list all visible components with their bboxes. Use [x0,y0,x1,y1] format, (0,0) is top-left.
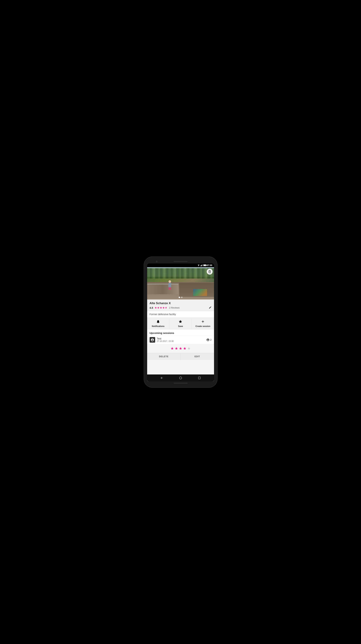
phone-speaker [174,261,188,262]
star-1: ★ [154,306,157,310]
star-5-half: ★ ★ [165,306,168,310]
bottom-actions-row: DELETE EDIT [147,353,214,360]
session-name: Test [157,337,205,340]
rating-row: 4.5 ★ ★ ★ ★ ★ ★ 2 Reviews [150,306,212,310]
battery-fill [204,265,206,266]
hero-image [147,267,214,300]
rating-number: 4.5 [150,306,153,309]
location-header: Alte Schanze X 4.5 ★ ★ ★ ★ ★ ★ 2 Reviews [147,300,214,311]
trash-icon [208,270,211,273]
description-text: Former defensive facility [150,313,176,316]
star-4: ★ [162,306,165,310]
dot-2 [181,297,183,298]
session-participants: 2 [206,338,212,342]
home-button[interactable] [179,376,182,380]
status-time: 07:00 [207,264,212,266]
session-avatar [150,337,155,342]
star-rating: ★ ★ ★ ★ ★ ★ [154,306,168,310]
dot-1 [179,297,180,298]
participants-icon [206,338,209,342]
recents-button[interactable] [198,376,201,379]
location-name: Alte Schanze X [150,302,212,305]
star-3: ★ [160,306,162,310]
reviews-count: 2 Reviews [169,306,207,309]
svg-rect-2 [201,265,201,266]
graffiti-area [193,289,207,296]
wifi-icon [197,264,200,266]
description-row: Former defensive facility [147,311,214,318]
image-scene [147,267,214,300]
svg-point-5 [180,377,182,379]
session-info: Test 27.10.2017, 15:30 [157,337,205,342]
content-area: Alte Schanze X 4.5 ★ ★ ★ ★ ★ ★ 2 Reviews [147,300,214,374]
status-icons: 07:00 [197,264,212,266]
bell-icon [156,320,160,324]
user-star-5[interactable]: ★ [187,346,191,351]
notifications-button[interactable]: Notifications [147,318,169,329]
participants-count: 2 [210,338,212,341]
home-indicator [174,383,188,384]
signal-icon [200,264,203,266]
session-item[interactable]: Test 27.10.2017, 15:30 2 [147,336,214,344]
user-star-3[interactable]: ★ [179,346,182,351]
front-camera [156,261,158,262]
notifications-label: Notifications [152,325,165,328]
user-star-1[interactable]: ★ [170,346,174,351]
save-star-icon [178,320,182,324]
svg-rect-1 [200,266,201,266]
edit-button[interactable]: EDIT [181,353,214,360]
delete-image-button[interactable] [207,269,213,274]
user-star-2[interactable]: ★ [175,346,178,351]
save-button[interactable]: Save [169,318,192,329]
svg-rect-6 [198,377,200,379]
phone-device: 07:00 [144,257,217,387]
phone-bottom-strip [147,382,214,384]
sessions-section: Upcoming sessions Test 27.10.2017, 15:30 [147,330,214,360]
action-buttons-row: Notifications Save [147,318,214,330]
back-button[interactable] [160,376,163,380]
user-star-4[interactable]: ★ [183,346,187,351]
trees-bg [147,268,214,278]
edit-icon[interactable] [209,306,212,310]
create-session-button[interactable]: Create session [192,318,214,329]
svg-rect-4 [202,264,203,266]
create-session-label: Create session [195,325,210,328]
phone-top-bar [147,260,214,264]
save-label: Save [178,325,183,328]
phone-screen: 07:00 [147,264,214,382]
svg-point-0 [198,266,199,266]
star-2: ★ [157,306,160,310]
person-figure [168,280,172,290]
session-date: 27.10.2017, 15:30 [157,340,205,342]
sessions-header: Upcoming sessions [147,330,214,336]
svg-rect-3 [202,265,202,266]
user-rating-section[interactable]: ★ ★ ★ ★ ★ [147,344,214,353]
ruins-wall-left [147,284,178,294]
battery-icon [203,264,206,266]
status-bar: 07:00 [147,264,214,267]
image-pagination-dots [179,297,183,298]
delete-button[interactable]: DELETE [147,353,181,360]
plus-icon [201,320,205,324]
nav-bar [147,374,214,382]
